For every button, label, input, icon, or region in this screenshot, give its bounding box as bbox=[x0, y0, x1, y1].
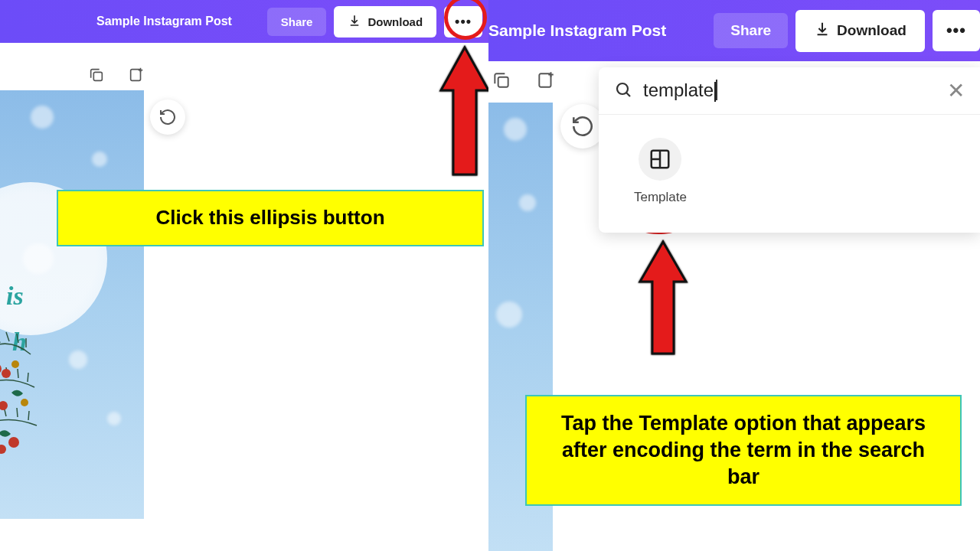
svg-rect-0 bbox=[93, 72, 102, 80]
template-icon bbox=[639, 138, 681, 181]
svg-rect-1 bbox=[131, 70, 141, 81]
more-options-button[interactable]: ••• bbox=[444, 6, 482, 37]
download-icon bbox=[348, 14, 361, 30]
clear-search-icon[interactable]: ✕ bbox=[947, 78, 965, 103]
share-button[interactable]: Share bbox=[714, 13, 788, 48]
duplicate-icon[interactable] bbox=[86, 64, 107, 86]
more-options-button[interactable]: ••• bbox=[933, 10, 980, 51]
download-button[interactable]: Download bbox=[334, 6, 436, 37]
add-page-icon[interactable] bbox=[126, 64, 147, 86]
download-button-label: Download bbox=[837, 22, 906, 39]
annotation-callout: Click this ellipsis button bbox=[57, 190, 484, 246]
svg-point-2 bbox=[0, 364, 2, 374]
search-input[interactable]: template bbox=[643, 80, 936, 102]
wreath-graphic bbox=[0, 305, 122, 458]
svg-point-9 bbox=[21, 399, 28, 406]
download-button[interactable]: Download bbox=[795, 10, 925, 52]
duplicate-icon[interactable] bbox=[488, 67, 514, 93]
svg-point-7 bbox=[0, 445, 6, 454]
add-page-icon[interactable] bbox=[533, 67, 559, 93]
download-button-label: Download bbox=[368, 15, 423, 28]
search-icon bbox=[614, 80, 632, 102]
editor-workspace: is h bbox=[0, 43, 488, 551]
svg-rect-11 bbox=[498, 77, 508, 87]
search-result-label: Template bbox=[634, 190, 687, 205]
document-title[interactable]: Sample Instagram Post bbox=[488, 21, 666, 40]
canvas-toolbar bbox=[488, 67, 559, 93]
share-button[interactable]: Share bbox=[267, 8, 327, 36]
annotation-callout-text: Tap the Template option that appears aft… bbox=[561, 412, 926, 488]
search-panel: template ✕ Template bbox=[599, 67, 980, 233]
search-result-template[interactable]: Template bbox=[620, 132, 701, 211]
download-icon bbox=[814, 21, 831, 41]
document-title[interactable]: Sample Instagram Post bbox=[96, 15, 232, 28]
svg-point-6 bbox=[8, 437, 19, 448]
annotation-callout-text: Click this ellipsis button bbox=[155, 206, 384, 229]
svg-point-3 bbox=[2, 369, 11, 378]
top-toolbar: Sample Instagram Post Share Download ••• bbox=[0, 0, 488, 43]
svg-point-13 bbox=[617, 83, 628, 94]
animate-button[interactable] bbox=[150, 99, 185, 135]
top-toolbar: Sample Instagram Post Share Download ••• bbox=[488, 0, 980, 61]
svg-rect-12 bbox=[539, 73, 550, 86]
design-canvas[interactable]: is h bbox=[0, 90, 144, 519]
svg-point-8 bbox=[11, 360, 19, 368]
canvas-toolbar bbox=[86, 64, 147, 86]
svg-point-5 bbox=[0, 401, 8, 410]
annotation-callout: Tap the Template option that appears aft… bbox=[525, 395, 962, 506]
